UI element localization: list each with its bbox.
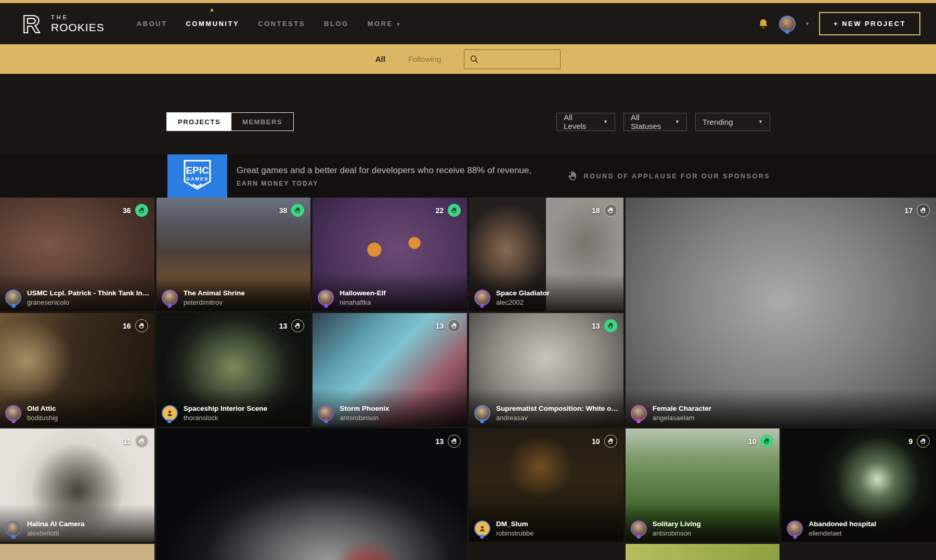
project-card[interactable]: 10 DM_Slum robinstrubbe bbox=[469, 428, 623, 542]
applause-hand-badge[interactable] bbox=[448, 435, 461, 448]
applause-hand-badge[interactable] bbox=[917, 435, 930, 448]
applaud-badge[interactable]: 11 bbox=[123, 435, 148, 448]
author-avatar[interactable] bbox=[5, 405, 21, 421]
project-author[interactable]: alec2002 bbox=[496, 298, 550, 306]
project-author[interactable]: peterdimitrov bbox=[184, 298, 245, 306]
sort-dropdown[interactable]: Trending ▼ bbox=[695, 113, 770, 131]
project-card[interactable]: 13 bbox=[157, 428, 467, 560]
applaud-badge[interactable]: 13 bbox=[435, 435, 461, 448]
project-author[interactable]: antsrobinson bbox=[653, 529, 701, 537]
project-author[interactable]: ninahaftka bbox=[340, 298, 386, 306]
applause-hand-badge[interactable] bbox=[604, 204, 617, 217]
applaud-badge[interactable]: 18 bbox=[592, 204, 617, 217]
author-avatar[interactable] bbox=[474, 290, 490, 306]
applause-hand-badge[interactable] bbox=[291, 319, 304, 332]
tab-following[interactable]: Following bbox=[408, 55, 441, 63]
nav-item-more[interactable]: MORE▼ bbox=[367, 20, 401, 28]
avatar-level-dot bbox=[167, 304, 172, 308]
applaud-badge[interactable]: 10 bbox=[748, 435, 774, 448]
author-avatar[interactable] bbox=[5, 290, 21, 306]
nav-item-contests[interactable]: CONTESTS bbox=[258, 20, 305, 28]
applaud-badge[interactable]: 10 bbox=[592, 435, 617, 448]
author-avatar[interactable] bbox=[318, 290, 334, 306]
applaud-badge[interactable]: 17 bbox=[904, 204, 930, 217]
applause-hand-badge[interactable] bbox=[760, 435, 773, 448]
project-author[interactable]: thoranslock bbox=[184, 414, 267, 422]
applause-hand-badge[interactable] bbox=[291, 204, 304, 217]
applause-hand-badge[interactable] bbox=[448, 319, 461, 332]
search-input[interactable] bbox=[483, 55, 555, 63]
project-author[interactable]: granesenicolo bbox=[27, 298, 150, 306]
project-author[interactable]: eliendelaet bbox=[809, 529, 876, 537]
project-card[interactable]: 16 Old Attic boditushig bbox=[0, 313, 154, 426]
applause-hand-badge[interactable] bbox=[448, 204, 461, 217]
applaud-badge[interactable]: 38 bbox=[279, 204, 305, 217]
project-author[interactable]: andreasav bbox=[496, 414, 619, 422]
applaud-badge[interactable]: 9 bbox=[908, 435, 930, 448]
project-card[interactable]: 10 Solitary Living antsrobinson bbox=[626, 428, 780, 542]
project-card[interactable]: 36 USMC Lcpl. Patrick - Think Tank Inter… bbox=[0, 198, 154, 311]
svg-text:GAMES: GAMES bbox=[186, 176, 209, 181]
project-card[interactable]: 9 Abandoned hospital eliendelaet bbox=[782, 428, 936, 542]
author-avatar[interactable] bbox=[474, 405, 490, 421]
applause-hand-icon bbox=[450, 322, 458, 330]
author-avatar[interactable] bbox=[5, 520, 21, 537]
projects-grid: 36 USMC Lcpl. Patrick - Think Tank Inter… bbox=[0, 198, 936, 560]
avatar-level-dot bbox=[324, 304, 328, 308]
author-avatar[interactable] bbox=[787, 520, 803, 537]
project-author[interactable]: angelasaelam bbox=[653, 414, 711, 422]
epic-games-logo[interactable]: EPIC GAMES bbox=[167, 154, 227, 198]
project-title: Space Gladiator bbox=[496, 289, 550, 297]
nav-item-about[interactable]: ABOUT bbox=[137, 20, 167, 28]
author-avatar[interactable] bbox=[631, 405, 647, 421]
applause-hand-badge[interactable] bbox=[604, 319, 617, 332]
tab-members[interactable]: MEMBERS bbox=[231, 113, 293, 131]
filter-levels-dropdown[interactable]: All Levels ▼ bbox=[556, 113, 615, 131]
project-card[interactable]: 13 Storm Phoenix antsrobinson bbox=[313, 313, 467, 426]
project-card[interactable]: 18 Space Gladiator alec2002 bbox=[469, 198, 623, 311]
view-toggle: PROJECTS MEMBERS bbox=[166, 112, 294, 131]
project-card[interactable]: 11 Halina AI Camera alexbellotti bbox=[0, 428, 154, 542]
author-avatar[interactable] bbox=[162, 405, 178, 421]
applaud-badge[interactable]: 16 bbox=[123, 319, 148, 332]
filter-statuses-dropdown[interactable]: All Statuses ▼ bbox=[623, 113, 687, 131]
project-card[interactable]: 13 Spaceship Interior Scene thorans bbox=[157, 313, 311, 426]
author-avatar[interactable] bbox=[318, 405, 334, 421]
applause-hand-badge[interactable] bbox=[135, 435, 148, 448]
author-avatar[interactable] bbox=[631, 520, 647, 537]
applaud-badge[interactable]: 13 bbox=[435, 319, 461, 332]
applause-hand-badge[interactable] bbox=[135, 319, 148, 332]
nav-item-blog[interactable]: BLOG bbox=[324, 20, 349, 28]
user-avatar[interactable] bbox=[779, 16, 796, 32]
sponsor-cta-link[interactable]: EARN MONEY TODAY bbox=[237, 180, 531, 187]
applaud-badge[interactable]: 13 bbox=[279, 319, 305, 332]
author-avatar[interactable] bbox=[162, 290, 178, 306]
applause-hand-badge[interactable] bbox=[917, 204, 930, 217]
project-card[interactable]: 38 The Animal Shrine peterdimitrov bbox=[157, 198, 311, 311]
applause-hand-badge[interactable] bbox=[135, 204, 148, 217]
applaud-badge[interactable]: 22 bbox=[435, 204, 461, 217]
notifications-bell-icon[interactable] bbox=[757, 18, 770, 30]
search-box[interactable] bbox=[464, 49, 561, 69]
project-title: Halloween-Elf bbox=[340, 289, 386, 297]
avatar-level-dot bbox=[480, 419, 484, 423]
project-card[interactable]: 13 Suprematist Composition: White on Whi… bbox=[469, 313, 623, 426]
user-menu-chevron-icon[interactable]: ▼ bbox=[805, 21, 810, 27]
tab-projects[interactable]: PROJECTS bbox=[167, 113, 231, 131]
applause-hand-badge[interactable] bbox=[604, 435, 617, 448]
project-card[interactable] bbox=[0, 544, 154, 560]
project-card[interactable]: 22 Halloween-Elf ninahaftka bbox=[313, 198, 467, 311]
applaud-badge[interactable]: 36 bbox=[123, 204, 148, 217]
project-author[interactable]: antsrobinson bbox=[340, 414, 389, 422]
project-card[interactable] bbox=[626, 544, 780, 560]
tab-all[interactable]: All bbox=[375, 55, 385, 63]
project-author[interactable]: robinstrubbe bbox=[496, 529, 534, 537]
applaud-badge[interactable]: 13 bbox=[592, 319, 617, 332]
author-avatar[interactable] bbox=[474, 520, 490, 537]
project-author[interactable]: boditushig bbox=[27, 414, 58, 422]
project-card[interactable]: 17 Female Character angelasaelam bbox=[626, 198, 936, 426]
nav-item-community[interactable]: ▲ COMMUNITY bbox=[186, 20, 239, 28]
new-project-button[interactable]: + NEW PROJECT bbox=[819, 12, 920, 35]
rookies-logo[interactable]: R THE ROOKIES bbox=[18, 10, 105, 37]
project-author[interactable]: alexbellotti bbox=[27, 529, 85, 537]
